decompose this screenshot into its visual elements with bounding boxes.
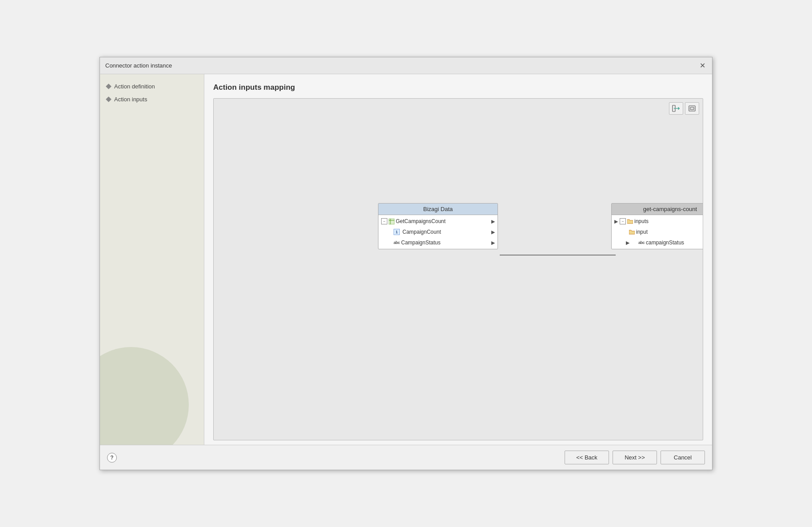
footer-right: << Back Next >> Cancel [565,451,705,464]
row-label: inputs [634,218,649,224]
main-area: Action inputs mapping [204,74,712,445]
sidebar-item-action-inputs[interactable]: Action inputs [107,96,197,103]
expand-icon[interactable]: − [620,218,626,224]
layout-btn[interactable] [669,102,683,115]
bizagi-data-box: Bizagi Data − GetCampaignsCount ▶ [378,203,498,249]
folder-icon [627,218,633,224]
row-label: campaignStatus [646,240,684,246]
table-icon [388,218,394,224]
connector-line [214,99,703,440]
next-button[interactable]: Next >> [613,451,657,464]
back-button[interactable]: << Back [565,451,609,464]
tree-row-input[interactable]: + input [612,227,703,237]
connector-box-header: get-campaigns-count [612,204,703,215]
row-arrow[interactable]: ▶ [491,229,495,235]
bizagi-data-body: − GetCampaignsCount ▶ + 1 CampaignCount [378,215,498,249]
diamond-icon [106,96,111,102]
fit-btn[interactable] [685,102,699,115]
sidebar-decoration [100,347,189,445]
tree-row-campaign-status[interactable]: + abc CampaignStatus ▶ [378,237,498,248]
content-area: Action definition Action inputs Action i… [100,74,712,445]
row-arrow-left[interactable]: ▶ [614,219,618,224]
footer-left: ? [107,453,117,463]
expand-icon[interactable]: − [381,218,387,224]
bizagi-data-header: Bizagi Data [378,204,498,215]
tree-row-campaign-count[interactable]: + 1 CampaignCount ▶ [378,227,498,237]
sidebar-item-action-definition[interactable]: Action definition [107,83,197,90]
svg-rect-7 [389,219,394,224]
text-icon: abc [638,240,645,246]
connector-box: get-campaigns-count ▶ − inputs [611,203,703,249]
page-title: Action inputs mapping [213,83,703,92]
row-arrow[interactable]: ▶ [491,240,495,246]
sidebar: Action definition Action inputs [100,74,204,445]
diamond-icon [106,84,111,89]
tree-row-campaign-status-right[interactable]: ▶ + abc campaignStatus [612,237,703,248]
sidebar-item-label: Action definition [114,83,155,90]
number-icon: 1 [394,229,400,235]
dialog-title: Connector action instance [105,62,172,69]
row-label: CampaignCount [402,229,441,235]
row-arrow-left[interactable]: ▶ [626,240,629,246]
svg-rect-5 [690,107,694,110]
row-label: CampaignStatus [401,240,441,246]
sidebar-item-label: Action inputs [114,96,147,103]
row-label: input [636,229,648,235]
folder-icon [629,229,635,235]
row-arrow[interactable]: ▶ [491,219,495,224]
title-bar: Connector action instance ✕ [100,57,712,74]
help-button[interactable]: ? [107,453,117,463]
dialog: Connector action instance ✕ Action defin… [100,57,712,470]
close-button[interactable]: ✕ [698,61,707,70]
cancel-button[interactable]: Cancel [661,451,705,464]
text-icon: abc [394,240,400,246]
row-label: GetCampaignsCount [396,218,446,224]
mapping-container: Bizagi Data − GetCampaignsCount ▶ [213,98,703,440]
tree-row-inputs[interactable]: ▶ − inputs [612,216,703,227]
toolbar [669,102,699,115]
connector-box-body: ▶ − inputs + [612,215,703,249]
tree-row-get-campaigns[interactable]: − GetCampaignsCount ▶ [378,216,498,227]
footer: ? << Back Next >> Cancel [100,445,712,470]
